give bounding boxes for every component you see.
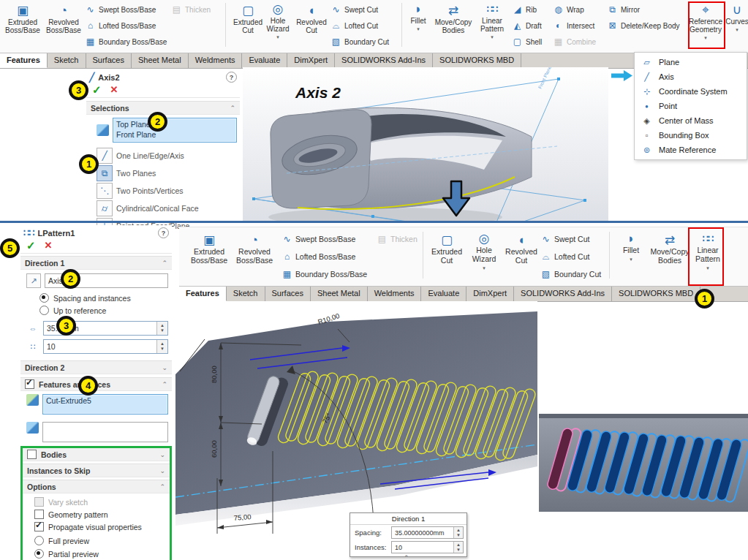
selection-item-top-plane[interactable]: Top Plane — [116, 120, 233, 130]
move-copy-bodies-button[interactable]: ⇄ Move/Copy Bodies — [433, 4, 474, 34]
menu-item-plane[interactable]: ▱ Plane — [635, 55, 747, 69]
menu-item-bounding-box[interactable]: ▫ Bounding Box — [635, 128, 747, 143]
cancel-button[interactable]: ✕ — [45, 241, 53, 251]
full-preview-radio[interactable] — [34, 536, 44, 545]
up-to-reference-radio[interactable]: Up to reference — [39, 306, 172, 315]
wrap-button[interactable]: ◍ Wrap — [553, 2, 584, 17]
axis-selection-box[interactable]: Top Plane Front Plane — [113, 118, 237, 143]
lofted-cut-button[interactable]: ⌓ Lofted Cut — [330, 18, 378, 33]
tab-weldments[interactable]: Weldments — [368, 287, 422, 301]
extruded-boss-button[interactable]: ▣ Extruded Boss/Base — [3, 4, 42, 34]
dropdown-arrow-icon[interactable]: ▾ — [483, 265, 486, 270]
popup-instances-field[interactable]: 10 ▲▼ — [391, 541, 464, 553]
help-icon[interactable]: ? — [226, 72, 237, 83]
partial-preview-radio[interactable] — [34, 549, 44, 559]
reference-geometry-button[interactable]: ⌖ Reference Geometry ▾ — [690, 3, 721, 40]
spinner-control[interactable]: ▲▼ — [156, 322, 167, 335]
instances-field[interactable]: 10 ▲▼ — [43, 339, 168, 354]
revolved-boss-button[interactable]: ◔ Revolved Boss/Base — [233, 233, 276, 265]
ok-button[interactable]: ✓ — [92, 85, 102, 95]
cylindrical-conical-face-icon[interactable]: ⌭ — [97, 200, 113, 216]
spinner-control[interactable]: ▲▼ — [453, 527, 463, 538]
direction2-section-header[interactable]: Direction 2 ⌄ — [20, 360, 172, 374]
popup-spacing-field[interactable]: 35.00000000mm ▲▼ — [391, 526, 464, 539]
curves-button[interactable]: ∪ Curves ▾ — [727, 3, 747, 32]
tab-dimxpert[interactable]: DimXpert — [466, 287, 514, 301]
selections-section-header[interactable]: Selections ⌃ — [86, 101, 240, 115]
tab-solidworks-mbd[interactable]: SOLIDWORKS MBD — [612, 287, 700, 301]
spacing-instances-radio[interactable]: Spacing and instances — [39, 293, 172, 303]
geometry-pattern-checkbox[interactable] — [34, 510, 44, 519]
radio-icon[interactable] — [39, 306, 49, 315]
menu-item-mate-reference[interactable]: ⊚ Mate Reference — [635, 143, 747, 157]
delete-keep-body-button[interactable]: ⊠ Delete/Keep Body — [607, 18, 680, 33]
menu-item-center-of-mass[interactable]: ◈ Center of Mass — [635, 113, 747, 128]
geometry-pattern-option[interactable]: Geometry pattern — [34, 510, 170, 519]
dropdown-arrow-icon[interactable]: ▾ — [276, 34, 279, 39]
swept-boss-button[interactable]: ∿ Swept Boss/Base — [282, 232, 355, 246]
dropdown-arrow-icon[interactable]: ▾ — [704, 35, 707, 40]
shell-button[interactable]: ▢ Shell — [512, 34, 542, 49]
tab-weldments[interactable]: Weldments — [189, 53, 243, 68]
faces-selection-box[interactable] — [42, 422, 168, 442]
menu-item-coordinate-system[interactable]: ⊹ Coordinate System — [635, 84, 747, 99]
tab-sheet-metal[interactable]: Sheet Metal — [311, 287, 368, 301]
revolved-boss-button[interactable]: ◔ Revolved Boss/Base — [44, 4, 83, 34]
swept-cut-button[interactable]: ∿ Swept Cut — [540, 232, 589, 246]
tab-sketch[interactable]: Sketch — [227, 287, 265, 301]
cancel-button[interactable]: ✕ — [110, 85, 118, 95]
two-planes-icon[interactable]: ⧉ — [97, 165, 113, 181]
linear-pattern-button[interactable]: ∷∷ Linear Pattern ▾ — [475, 2, 509, 39]
dropdown-arrow-icon[interactable]: ▾ — [491, 34, 494, 39]
tab-surfaces[interactable]: Surfaces — [86, 53, 132, 68]
bodies-section-header[interactable]: Bodies ⌄ — [23, 448, 170, 461]
menu-item-axis[interactable]: ╱ Axis — [635, 69, 747, 84]
tab-evaluate[interactable]: Evaluate — [242, 53, 287, 68]
radio-selected-icon[interactable] — [39, 293, 49, 303]
spinner-control[interactable]: ▲▼ — [453, 542, 463, 553]
fillet-button[interactable]: ◗ Fillet ▾ — [618, 232, 644, 262]
partial-preview-option[interactable]: Partial preview — [34, 549, 170, 559]
option-two-points[interactable]: ⋱ Two Points/Vertices — [97, 183, 240, 199]
selected-feature[interactable]: Cut-Extrude5 — [46, 396, 165, 406]
extruded-boss-button[interactable]: ▣ Extruded Boss/Base — [188, 233, 230, 265]
tab-features[interactable]: Features — [0, 53, 48, 68]
rib-button[interactable]: ◢ Rib — [512, 2, 537, 17]
draft-button[interactable]: ◭ Draft — [512, 18, 542, 33]
one-line-edge-axis-icon[interactable]: ╱ — [97, 148, 113, 164]
hole-wizard-button[interactable]: ◎ Hole Wizard ▾ — [467, 232, 501, 270]
option-two-planes[interactable]: ⧉ Two Planes — [97, 165, 240, 181]
mirror-button[interactable]: ⧉ Mirror — [607, 2, 640, 17]
features-faces-checkbox[interactable] — [25, 379, 34, 389]
extruded-cut-button[interactable]: ▢ Extruded Cut — [233, 4, 263, 34]
option-cylindrical-face[interactable]: ⌭ Cylindrical/Conical Face — [97, 200, 240, 216]
tab-sheet-metal[interactable]: Sheet Metal — [132, 53, 189, 68]
lofted-boss-button[interactable]: ⌂ Lofted Boss/Base — [282, 249, 355, 264]
boundary-boss-button[interactable]: ▦ Boundary Boss/Base — [282, 267, 367, 281]
instances-to-skip-section-header[interactable]: Instances to Skip ⌄ — [23, 463, 170, 477]
swept-cut-button[interactable]: ∿ Swept Cut — [330, 2, 378, 17]
top-3d-viewport[interactable]: Front Plane Axis 2 — [243, 67, 608, 222]
fillet-button[interactable]: ◗ Fillet ▾ — [407, 2, 430, 31]
lofted-cut-button[interactable]: ⌓ Lofted Cut — [540, 249, 589, 264]
two-points-vertices-icon[interactable]: ⋱ — [97, 183, 113, 199]
extruded-cut-button[interactable]: ▢ Extruded Cut — [429, 233, 464, 265]
dropdown-arrow-icon[interactable]: ▾ — [417, 26, 420, 31]
help-icon[interactable]: ? — [158, 227, 169, 238]
boundary-cut-button[interactable]: ▧ Boundary Cut — [330, 34, 389, 49]
tab-solidworks-add-ins[interactable]: SOLIDWORKS Add-Ins — [335, 53, 433, 68]
dropdown-arrow-icon[interactable]: ▾ — [630, 257, 632, 262]
tab-features[interactable]: Features — [179, 287, 227, 301]
direction1-section-header[interactable]: Direction 1 ⌃ — [20, 256, 172, 270]
lofted-boss-button[interactable]: ⌂ Lofted Boss/Base — [85, 18, 156, 33]
dropdown-arrow-icon[interactable]: ▾ — [736, 27, 738, 32]
dropdown-arrow-icon[interactable]: ▾ — [706, 265, 709, 270]
hole-wizard-button[interactable]: ◎ Hole Wizard ▾ — [262, 2, 294, 39]
boundary-boss-button[interactable]: ▦ Boundary Boss/Base — [85, 34, 167, 49]
tab-solidworks-mbd[interactable]: SOLIDWORKS MBD — [433, 53, 521, 68]
popup-collapse-icon[interactable]: ⌃ — [404, 554, 409, 560]
features-selection-box[interactable]: Cut-Extrude5 — [42, 394, 168, 415]
menu-item-point[interactable]: ● Point — [635, 99, 747, 113]
bodies-checkbox[interactable] — [27, 450, 37, 459]
full-preview-option[interactable]: Full preview — [34, 536, 170, 545]
